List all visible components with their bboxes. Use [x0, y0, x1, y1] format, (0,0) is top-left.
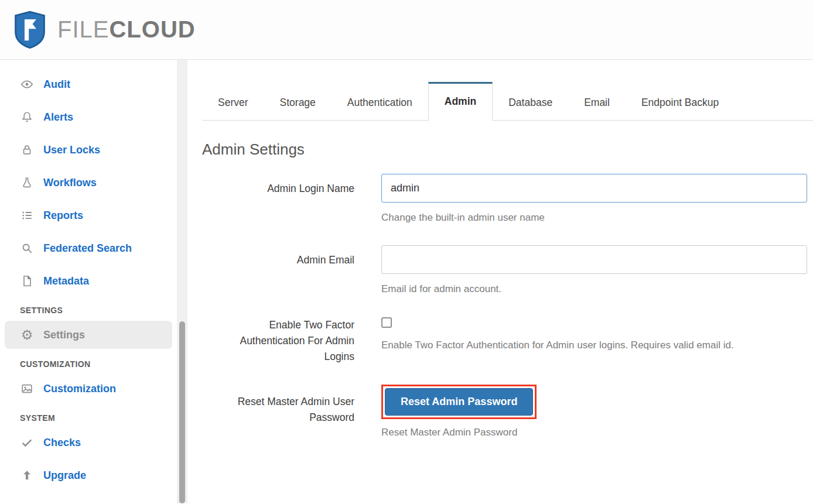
sidebar-scrollbar-track[interactable] — [177, 60, 187, 503]
sidebar-item-label: Federated Search — [43, 242, 132, 255]
eye-icon — [20, 77, 34, 91]
sidebar-item-federated-search[interactable]: Federated Search — [0, 232, 177, 265]
file-icon — [20, 274, 34, 288]
two-factor-row: Enable Two Factor Authentication For Adm… — [202, 317, 813, 365]
sidebar-item-workflows[interactable]: Workflows — [0, 166, 177, 199]
sidebar-item-user-locks[interactable]: User Locks — [0, 133, 177, 166]
reset-password-help: Reset Master Admin Password — [381, 425, 807, 440]
list-icon — [20, 208, 34, 222]
two-factor-label: Enable Two Factor Authentication For Adm… — [230, 317, 354, 365]
admin-email-row: Admin Email Email id for admin account. — [202, 245, 813, 297]
tab-server[interactable]: Server — [202, 87, 264, 120]
two-factor-checkbox[interactable] — [381, 317, 392, 328]
two-factor-help: Enable Two Factor Authentication for Adm… — [381, 338, 807, 353]
sidebar: Audit Alerts User Locks — [0, 60, 177, 503]
image-icon — [20, 382, 34, 396]
tab-storage[interactable]: Storage — [264, 87, 332, 120]
arrow-up-icon — [20, 468, 34, 482]
sidebar-item-label: Metadata — [43, 275, 89, 287]
search-icon — [20, 241, 34, 255]
sidebar-section-customization: CUSTOMIZATION — [0, 351, 177, 372]
flask-icon — [20, 176, 34, 190]
admin-login-input[interactable] — [381, 174, 807, 203]
bell-icon — [20, 110, 34, 124]
brand-file-text: FILE — [57, 16, 109, 42]
app-header: FILECLOUD — [0, 0, 813, 60]
main-content: Server Storage Authentication Admin Data… — [187, 60, 813, 503]
tab-email[interactable]: Email — [568, 87, 626, 120]
sidebar-section-settings: SETTINGS — [0, 297, 177, 318]
tab-admin[interactable]: Admin — [428, 82, 493, 121]
admin-login-help: Change the built-in admin user name — [381, 210, 807, 225]
sidebar-item-label: Upgrade — [43, 469, 86, 482]
sidebar-item-reports[interactable]: Reports — [0, 199, 177, 232]
sidebar-item-label: Settings — [43, 329, 85, 341]
check-icon — [20, 436, 34, 450]
lock-icon — [20, 143, 34, 157]
admin-email-label: Admin Email — [297, 252, 354, 268]
sidebar-item-checks[interactable]: Checks — [0, 426, 177, 459]
tab-database[interactable]: Database — [493, 87, 568, 120]
reset-password-label: Reset Master Admin User Password — [230, 394, 354, 426]
sidebar-scrollbar-thumb[interactable] — [179, 321, 185, 503]
admin-login-label: Admin Login Name — [267, 181, 354, 197]
tab-endpoint-backup[interactable]: Endpoint Backup — [626, 87, 735, 120]
sidebar-item-audit[interactable]: Audit — [0, 68, 177, 101]
filecloud-logo-icon — [13, 11, 47, 49]
sidebar-item-label: Alerts — [43, 111, 73, 124]
reset-admin-password-button[interactable]: Reset Admin Password — [385, 388, 533, 416]
sidebar-item-label: Checks — [43, 437, 81, 449]
tab-bar: Server Storage Authentication Admin Data… — [202, 82, 813, 121]
sidebar-item-upgrade[interactable]: Upgrade — [0, 459, 177, 492]
sidebar-item-label: User Locks — [43, 144, 100, 156]
highlight-annotation: Reset Admin Password — [381, 385, 537, 419]
sidebar-section-system: SYSTEM — [0, 405, 177, 426]
brand-wordmark: FILECLOUD — [57, 16, 196, 43]
admin-email-input[interactable] — [381, 245, 807, 274]
sidebar-item-settings[interactable]: ⚙ Settings — [5, 321, 172, 349]
sidebar-item-label: Audit — [43, 78, 70, 91]
gear-icon: ⚙ — [20, 328, 34, 342]
sidebar-item-label: Reports — [43, 210, 83, 222]
sidebar-item-label: Workflows — [43, 177, 97, 189]
tab-authentication[interactable]: Authentication — [332, 87, 428, 120]
sidebar-item-label: Customization — [43, 383, 116, 395]
sidebar-item-alerts[interactable]: Alerts — [0, 101, 177, 133]
page-title: Admin Settings — [202, 140, 813, 159]
brand-cloud-text: CLOUD — [109, 16, 195, 42]
sidebar-item-metadata[interactable]: Metadata — [0, 265, 177, 297]
admin-login-row: Admin Login Name Change the built-in adm… — [202, 174, 813, 225]
reset-password-row: Reset Master Admin User Password Reset A… — [202, 385, 813, 440]
admin-email-help: Email id for admin account. — [381, 282, 807, 297]
sidebar-item-customization[interactable]: Customization — [0, 372, 177, 405]
